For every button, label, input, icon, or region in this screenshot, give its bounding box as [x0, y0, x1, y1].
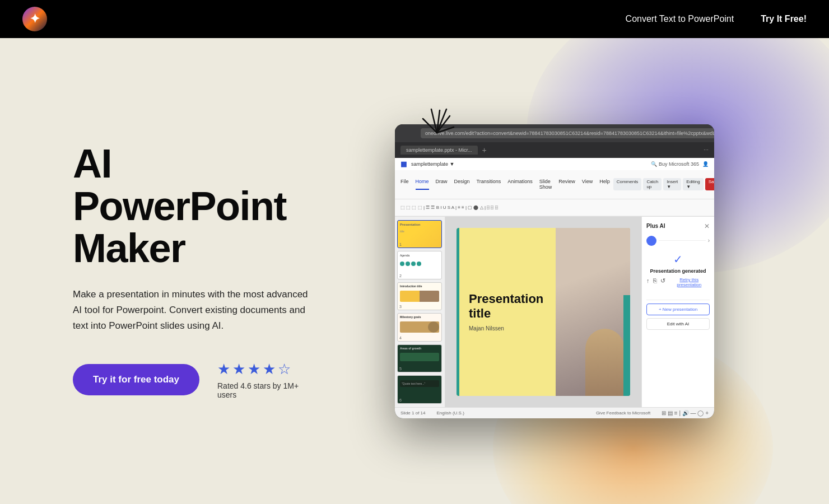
- ribbon-tab-draw[interactable]: Draw: [436, 179, 448, 190]
- rating-block: ★ ★ ★ ★ ☆ Rated 4.6 stars by 1M+ users: [217, 361, 314, 399]
- ppt-status-bar: Slide 1 of 14 English (U.S.) Give Feedba…: [395, 407, 714, 418]
- ribbon-tab-design[interactable]: Design: [454, 179, 470, 190]
- nav-convert-link[interactable]: Convert Text to PowerPoint: [626, 14, 734, 24]
- ribbon-tab-help[interactable]: Help: [599, 179, 610, 190]
- slide-thumb-6[interactable]: "Quote text here..." 6: [397, 375, 442, 404]
- hero-title-line2: Maker: [73, 226, 185, 270]
- ai-divider: [646, 300, 710, 300]
- search-icon-ppt[interactable]: 🔍 Buy Microsoft 365: [651, 161, 699, 167]
- slide-thumbnail-panel: Presentation title 1 Agenda: [395, 217, 445, 407]
- new-tab-icon[interactable]: +: [482, 146, 487, 155]
- ppt-tool-row: ⬚ ⬚ ⬚ ⬚ | ☰ ☰ B I U S A | ≡ ≡ | ▢ ⬤ △ | …: [395, 199, 714, 216]
- ai-refresh-icon[interactable]: ↺: [660, 277, 665, 287]
- slide-thumb-2[interactable]: Agenda 2: [397, 251, 442, 279]
- star-1: ★: [217, 361, 230, 378]
- url-bar[interactable]: onedrive.live.com/edit?action=convert&ne…: [421, 128, 714, 138]
- slide-canvas: Presentation title Majan Nilssen: [445, 217, 641, 407]
- slide-thumb-5[interactable]: Areas of growth 5: [397, 344, 442, 373]
- share-icon-ppt[interactable]: 👤: [702, 161, 709, 167]
- slide-thumb-3[interactable]: Introduction title 3: [397, 282, 442, 311]
- ai-separator: [659, 240, 706, 241]
- ribbon-tabs-bar: File Home Draw Design Transitions Animat…: [395, 170, 714, 199]
- plus-ai-header: Plus AI ✕: [646, 222, 710, 230]
- sparkle-icon: [412, 99, 462, 144]
- logo-icon: ✦: [30, 12, 40, 26]
- catch-up-button[interactable]: Catch up: [643, 178, 662, 190]
- ribbon-tab-review[interactable]: Review: [558, 179, 575, 190]
- ribbon-action-buttons: Comments Catch up Insert ▼ Editing ▼ Sav…: [613, 178, 714, 190]
- hero-description: Make a presentation in minutes with the …: [73, 287, 314, 334]
- slide-thumb-1[interactable]: Presentation title 1: [397, 220, 442, 249]
- browser-window: onedrive.live.com/edit?action=convert&ne…: [395, 124, 714, 418]
- plus-ai-panel: Plus AI ✕ › ✓ Presentation generated: [641, 217, 714, 407]
- ribbon-tab-view[interactable]: View: [582, 179, 593, 190]
- plus-ai-icon-row: ›: [646, 236, 710, 246]
- star-3: ★: [248, 361, 260, 378]
- slide-presentation-title: Presentation title: [469, 292, 543, 321]
- slide-info: Slide 1 of 14: [400, 410, 425, 416]
- url-text: onedrive.live.com/edit?action=convert&ne…: [425, 130, 714, 136]
- ai-status-block: ✓ Presentation generated ↑ ⎘ ↺ Retry thi…: [646, 253, 710, 292]
- ppt-top-right: 🔍 Buy Microsoft 365 👤: [651, 161, 709, 167]
- ai-edit-button[interactable]: Edit with AI: [646, 318, 710, 330]
- ribbon-tab-home[interactable]: Home: [416, 179, 429, 190]
- ribbon-tab-transitions[interactable]: Transitions: [477, 179, 501, 190]
- slide-content: Presentation title Majan Nilssen: [457, 228, 630, 396]
- plus-ai-title: Plus AI: [646, 223, 665, 229]
- ai-retry-link[interactable]: Retry this presentation: [669, 277, 710, 287]
- ribbon-tabs: File Home Draw Design Transitions Animat…: [400, 179, 610, 190]
- slide-author: Majan Nilssen: [469, 325, 543, 332]
- nav-try-link[interactable]: Try It Free!: [761, 14, 807, 24]
- slide-left-content: Presentation title Majan Nilssen: [457, 228, 556, 396]
- ai-check-icon: ✓: [646, 253, 710, 266]
- plus-ai-close-button[interactable]: ✕: [704, 222, 710, 230]
- star-2: ★: [232, 361, 245, 378]
- editing-button[interactable]: Editing ▼: [683, 178, 703, 190]
- stars-row: ★ ★ ★ ★ ☆: [217, 361, 314, 378]
- person-silhouette: [585, 329, 625, 396]
- tool-icons: ⬚ ⬚ ⬚ ⬚ | ☰ ☰ B I U S A | ≡ ≡ | ▢ ⬤ △ | …: [400, 205, 498, 210]
- ai-action-row: ↑ ⎘ ↺ Retry this presentation: [646, 277, 710, 287]
- save-button[interactable]: Save: [705, 178, 714, 190]
- slide-image: [556, 228, 630, 396]
- nav-links: Convert Text to PowerPoint Try It Free!: [626, 14, 807, 24]
- star-5: ☆: [278, 361, 291, 378]
- navbar: ✦ Convert Text to PowerPoint Try It Free…: [0, 0, 829, 38]
- ai-status-text: Presentation generated: [646, 268, 710, 274]
- slide-thumb-4[interactable]: Milestony goals 4: [397, 313, 442, 342]
- view-icons: ⊞ ▤ ≡ | 🔊 — ◯ +: [662, 410, 709, 416]
- ribbon-tab-slideshow[interactable]: Slide Show: [539, 179, 552, 190]
- ai-new-presentation-button[interactable]: + New presentation: [646, 304, 710, 315]
- rating-text: Rated 4.6 stars by 1M+ users: [217, 381, 314, 399]
- hero-section: AI PowerPoint Maker Make a presentation …: [0, 38, 829, 504]
- hero-actions: Try it for free today ★ ★ ★ ★ ☆ Rated 4.…: [73, 361, 314, 399]
- star-4: ★: [263, 361, 276, 378]
- slide-teal-bar: [457, 228, 459, 396]
- ppt-filename: samplettemplate ▼: [411, 161, 454, 167]
- browser-wrap: onedrive.live.com/edit?action=convert&ne…: [395, 124, 714, 418]
- hero-title: AI PowerPoint Maker: [73, 143, 314, 270]
- browser-tab-active[interactable]: samplettemplate.pptx - Micr...: [400, 146, 478, 155]
- hero-left: AI PowerPoint Maker Make a presentation …: [0, 143, 314, 399]
- ribbon-tab-animations[interactable]: Animations: [507, 179, 533, 190]
- ai-share-icon[interactable]: ↑: [646, 277, 650, 287]
- ribbon-tab-file[interactable]: File: [400, 179, 409, 190]
- tab-bar-icons: ⋯: [704, 147, 709, 153]
- ppt-ribbon-area: ▦ samplettemplate ▼ 🔍 Buy Microsoft 365 …: [395, 158, 714, 217]
- feedback-link[interactable]: Give Feedback to Microsoft: [596, 410, 650, 416]
- logo[interactable]: ✦: [22, 7, 47, 31]
- insert-button[interactable]: Insert ▼: [663, 178, 681, 190]
- ppt-main-area: Presentation title 1 Agenda: [395, 217, 714, 407]
- hero-right: onedrive.live.com/edit?action=convert&ne…: [314, 124, 829, 418]
- hero-title-line1: AI PowerPoint: [73, 141, 286, 228]
- teal-accent: [623, 295, 630, 396]
- language-info: English (U.S.): [436, 410, 464, 416]
- plus-ai-avatar: [646, 236, 656, 246]
- ai-chevron-icon[interactable]: ›: [708, 237, 710, 244]
- comments-button[interactable]: Comments: [613, 178, 642, 190]
- ai-copy-icon[interactable]: ⎘: [653, 277, 657, 287]
- ppt-logo-icon: ▦: [400, 160, 407, 168]
- browser-tab-bar: samplettemplate.pptx - Micr... + ⋯: [395, 142, 714, 158]
- hero-cta-button[interactable]: Try it for free today: [73, 364, 199, 395]
- ppt-title-bar: ▦ samplettemplate ▼ 🔍 Buy Microsoft 365 …: [395, 158, 714, 170]
